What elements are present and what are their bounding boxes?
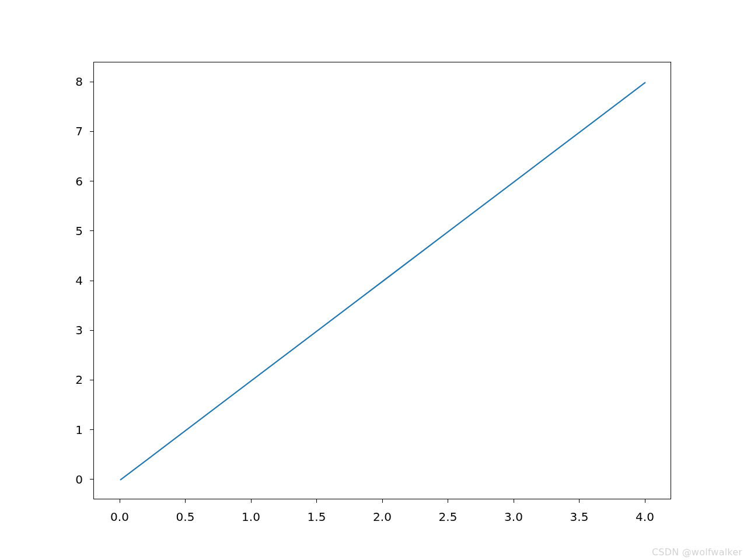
y-tick-label: 5 — [75, 224, 83, 238]
y-tick-label: 0 — [75, 473, 83, 487]
figure: 0.00.51.01.52.02.53.03.54.0012345678 CSD… — [0, 0, 747, 560]
y-tick — [90, 82, 93, 82]
x-tick — [514, 499, 514, 503]
y-tick — [90, 429, 93, 430]
x-tick-label: 3.0 — [504, 510, 523, 524]
x-tick-label: 2.0 — [373, 510, 392, 524]
y-tick-label: 2 — [75, 373, 83, 387]
x-tick — [251, 499, 252, 503]
x-tick — [448, 499, 448, 503]
plot-axes — [93, 62, 671, 499]
y-tick-label: 4 — [75, 274, 83, 288]
x-tick-label: 4.0 — [636, 510, 654, 524]
y-tick — [90, 330, 93, 331]
x-tick-label: 2.5 — [439, 510, 458, 524]
y-tick-label: 8 — [75, 75, 83, 89]
x-tick-label: 0.0 — [110, 510, 129, 524]
watermark-text: CSDN @wolfwalker — [652, 547, 742, 558]
x-tick — [579, 499, 580, 503]
y-tick — [90, 131, 93, 132]
y-tick-label: 7 — [75, 124, 83, 138]
x-tick — [382, 499, 383, 503]
x-tick-label: 1.5 — [308, 510, 326, 524]
line-series — [120, 82, 645, 480]
y-tick-label: 1 — [75, 423, 83, 437]
plot-canvas — [94, 62, 672, 500]
x-tick-label: 0.5 — [176, 510, 195, 524]
y-tick-label: 3 — [75, 323, 83, 337]
y-tick — [90, 230, 93, 231]
x-tick — [316, 499, 317, 503]
x-tick-label: 3.5 — [570, 510, 589, 524]
y-tick — [90, 380, 93, 380]
x-tick — [120, 499, 120, 503]
y-tick — [90, 479, 93, 480]
x-tick — [645, 499, 645, 503]
x-tick — [185, 499, 186, 503]
y-tick — [90, 281, 93, 281]
y-tick — [90, 181, 93, 181]
x-tick-label: 1.0 — [242, 510, 260, 524]
y-tick-label: 6 — [75, 174, 83, 188]
